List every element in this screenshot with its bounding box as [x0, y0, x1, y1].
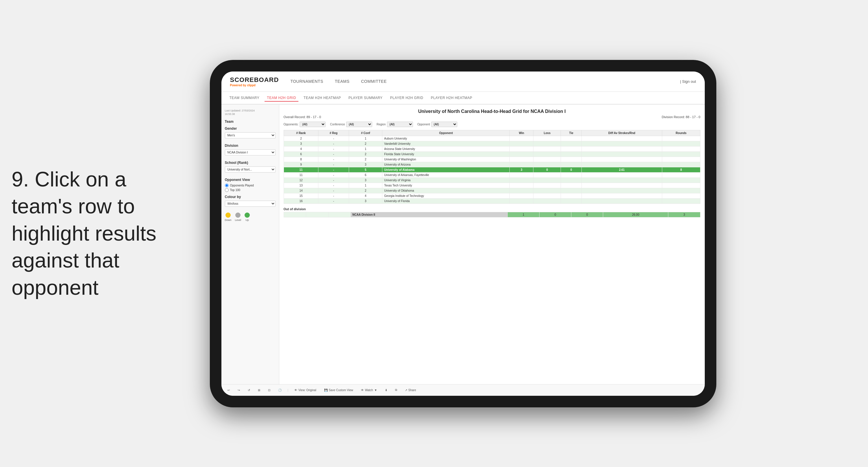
toolbar-copy[interactable]: ⧉	[393, 388, 399, 392]
sub-nav-team-h2h-grid[interactable]: TEAM H2H GRID	[265, 95, 299, 101]
opponents-filter-label: Opponents:	[284, 123, 299, 126]
opponent-filter-select[interactable]: (All)	[431, 122, 457, 127]
table-row[interactable]: 6-2Florida State University	[284, 151, 700, 157]
toolbar-share[interactable]: ↗ Share	[403, 388, 418, 392]
main-content: Last Updated: 27/03/2024 16:55:38 Team G…	[221, 105, 705, 384]
radio-opponents-played[interactable]: Opponents Played	[225, 183, 276, 187]
col-loss: Loss	[533, 130, 561, 136]
toolbar-view[interactable]: 👁 View: Original	[292, 388, 318, 392]
col-conf: # Conf	[349, 130, 382, 136]
col-opponent: Opponent	[382, 130, 510, 136]
share-label: Share	[408, 388, 416, 392]
cell-tie	[561, 172, 582, 177]
cell-win	[510, 157, 533, 162]
table-row[interactable]: 16-3University of Florida	[284, 198, 700, 204]
cell-loss	[533, 162, 561, 167]
cell-tie	[561, 183, 582, 188]
cell-opponent: Texas Tech University	[382, 183, 510, 188]
filter-conference: Conference (All)	[330, 122, 372, 127]
logo-powered: Powered by clippd	[230, 84, 279, 87]
nav-teams[interactable]: TEAMS	[335, 78, 350, 85]
conference-filter-select[interactable]: (All)	[346, 122, 372, 127]
cell-reg: -	[318, 157, 349, 162]
toolbar-redo[interactable]: ↪	[236, 388, 242, 392]
toolbar-export[interactable]: ⬇	[383, 388, 389, 392]
sidebar-division-select[interactable]: NCAA Division I	[225, 149, 276, 155]
table-row[interactable]: 9-3University of Arizona	[284, 162, 700, 167]
sign-out-area: | Sign out	[680, 79, 696, 84]
radio-top100-input[interactable]	[225, 188, 229, 192]
cell-win	[510, 188, 533, 193]
sign-out-link[interactable]: Sign out	[682, 79, 696, 84]
bottom-toolbar: ↩ ↪ ↺ ⊞ ⊡ 🕐 | 👁	[221, 384, 705, 396]
toolbar-watch[interactable]: 👁 Watch ▼	[359, 388, 379, 392]
cell-loss	[533, 188, 561, 193]
toolbar-clock[interactable]: 🕐	[276, 388, 283, 392]
cell-loss	[533, 141, 561, 146]
table-row[interactable]: 14-2University of Oklahoma	[284, 188, 700, 193]
cell-loss	[533, 146, 561, 151]
sub-nav-team-h2h-heatmap[interactable]: TEAM H2H HEATMAP	[301, 95, 343, 101]
out-of-division-table: NCAA Division II 1 0 0 26.00 3	[284, 212, 701, 217]
sidebar-gender-select[interactable]: Men's	[225, 132, 276, 138]
instruction-number: 9.	[11, 168, 29, 191]
sidebar-school-select[interactable]: University of Nort...	[225, 167, 276, 173]
toolbar-undo[interactable]: ↩	[226, 388, 231, 392]
cell-rank: 16	[284, 198, 318, 204]
table-row[interactable]: 12-3University of Virginia	[284, 177, 700, 183]
legend-down: Down	[225, 212, 231, 222]
cell-diff	[582, 183, 662, 188]
table-row[interactable]: 13-1Texas Tech University	[284, 183, 700, 188]
share-icon: ↗	[405, 388, 407, 392]
cell-loss	[533, 183, 561, 188]
cell-win	[510, 198, 533, 204]
cell-tie	[561, 198, 582, 204]
grid-area: University of North Carolina Head-to-Hea…	[279, 105, 705, 384]
sub-nav-player-h2h-grid[interactable]: PLAYER H2H GRID	[388, 95, 426, 101]
radio-top100[interactable]: Top 100	[225, 188, 276, 192]
toolbar-action1[interactable]: ⊞	[256, 388, 262, 392]
ood-rank	[284, 212, 306, 217]
cell-conf: 1	[349, 183, 382, 188]
toolbar-back[interactable]: ↺	[246, 388, 252, 392]
back-icon: ↺	[248, 388, 250, 392]
cell-reg: -	[318, 151, 349, 157]
cell-rank: 14	[284, 188, 318, 193]
sub-nav-team-summary[interactable]: TEAM SUMMARY	[227, 95, 262, 101]
filter-row: Opponents: (All) Conference (All)	[284, 122, 701, 127]
cell-conf: 2	[349, 157, 382, 162]
legend-level: Level	[235, 212, 241, 222]
cell-rounds	[662, 146, 700, 151]
sub-nav-player-h2h-heatmap[interactable]: PLAYER H2H HEATMAP	[429, 95, 475, 101]
table-row[interactable]: 2-1Auburn University	[284, 136, 700, 141]
cell-reg: -	[318, 198, 349, 204]
instruction-content: Click on a team's row to highlight resul…	[11, 168, 156, 299]
cell-win	[510, 151, 533, 157]
nav-tournaments[interactable]: TOURNAMENTS	[290, 78, 323, 85]
sidebar-legend: Down Level Up	[225, 212, 276, 222]
cell-diff	[582, 188, 662, 193]
table-row[interactable]: 8-2University of Washington	[284, 157, 700, 162]
table-row[interactable]: 4-1Arizona State University	[284, 146, 700, 151]
radio-opponents-input[interactable]	[225, 183, 229, 187]
export-icon: ⬇	[385, 388, 387, 392]
region-filter-select[interactable]: (All)	[387, 122, 413, 127]
sub-nav: TEAM SUMMARY TEAM H2H GRID TEAM H2H HEAT…	[221, 92, 705, 105]
cell-loss	[533, 177, 561, 183]
sub-nav-player-summary[interactable]: PLAYER SUMMARY	[346, 95, 385, 101]
out-of-division-row[interactable]: NCAA Division II 1 0 0 26.00 3	[284, 212, 700, 217]
toolbar-action2[interactable]: ⊡	[266, 388, 272, 392]
cell-conf: 3	[349, 198, 382, 204]
sidebar-colour-by-select[interactable]: Win/loss	[225, 201, 276, 207]
cell-conf: 2	[349, 151, 382, 157]
table-row[interactable]: 11-6University of Arkansas, Fayetteville	[284, 172, 700, 177]
cell-conf: 2	[349, 188, 382, 193]
opponents-filter-select[interactable]: (All)	[300, 122, 326, 127]
toolbar-save[interactable]: 💾 Save Custom View	[322, 388, 355, 392]
logo-scoreboard: SCOREBOARD	[230, 76, 279, 84]
nav-committee[interactable]: COMMITTEE	[361, 78, 387, 85]
table-row[interactable]: 11-5University of Alabama3002.618	[284, 167, 700, 172]
table-row[interactable]: 3-2Vanderbilt University	[284, 141, 700, 146]
table-row[interactable]: 15-4Georgia Institute of Technology	[284, 193, 700, 198]
cell-reg: -	[318, 183, 349, 188]
